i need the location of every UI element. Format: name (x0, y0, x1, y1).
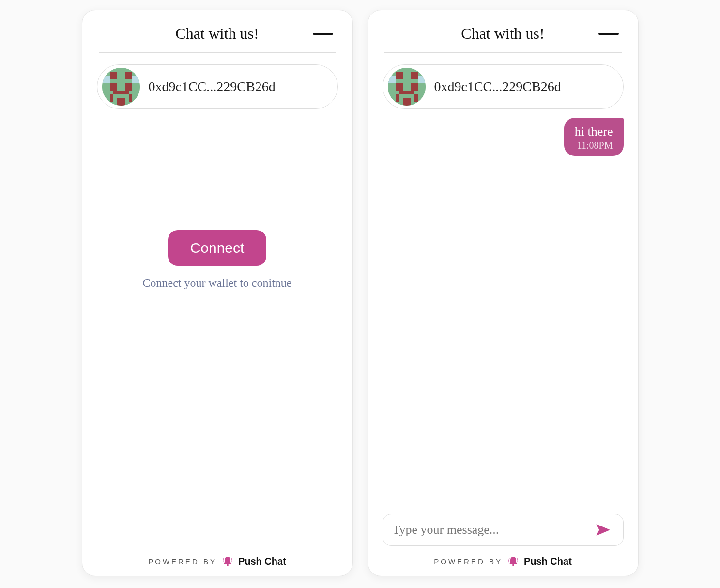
avatar (388, 68, 426, 106)
svg-rect-10 (117, 98, 125, 106)
powered-by-label: POWERED BY (148, 557, 217, 566)
chat-header: Chat with us! (383, 25, 624, 43)
chat-title: Chat with us! (175, 25, 259, 43)
svg-rect-17 (395, 83, 403, 91)
chat-footer: POWERED BY Push Chat (97, 556, 338, 567)
svg-rect-1 (102, 76, 110, 83)
brand-name: Push Chat (524, 556, 572, 567)
svg-rect-5 (109, 83, 117, 91)
svg-rect-19 (399, 91, 414, 94)
connect-button[interactable]: Connect (168, 230, 267, 266)
message-list: hi there 11:08PM (383, 118, 624, 156)
send-button[interactable] (592, 521, 613, 539)
svg-rect-18 (410, 83, 418, 91)
svg-rect-20 (395, 94, 399, 102)
message-text: hi there (575, 124, 613, 139)
chat-widget-connected: Chat with us! 0xd9c1CC...229CB26d (368, 10, 639, 576)
svg-point-11 (227, 564, 229, 566)
message-bubble-sent: hi there 11:08PM (564, 118, 624, 156)
svg-rect-2 (132, 76, 140, 83)
svg-rect-21 (414, 94, 418, 102)
chat-widget-disconnected: Chat with us! 0xd9c1CC...229CB26d Connec (82, 10, 353, 576)
wallet-address: 0xd9c1CC...229CB26d (434, 79, 561, 94)
svg-rect-22 (403, 98, 411, 106)
brand-name: Push Chat (238, 556, 286, 567)
push-bell-icon (222, 556, 233, 567)
avatar (102, 68, 140, 106)
message-input-row (383, 514, 624, 546)
connect-hint: Connect your wallet to conitnue (143, 277, 292, 290)
svg-rect-7 (113, 91, 128, 94)
header-divider (384, 52, 622, 53)
chat-title: Chat with us! (461, 25, 544, 43)
chat-body: Connect Connect your wallet to conitnue (97, 109, 338, 553)
svg-rect-6 (124, 83, 132, 91)
header-divider (99, 52, 336, 53)
send-icon (594, 521, 612, 539)
svg-rect-9 (128, 94, 132, 102)
svg-rect-14 (418, 76, 426, 83)
svg-rect-3 (109, 72, 117, 79)
address-pill[interactable]: 0xd9c1CC...229CB26d (383, 64, 624, 109)
push-bell-icon (507, 556, 519, 567)
minimize-icon[interactable] (598, 33, 619, 35)
address-pill[interactable]: 0xd9c1CC...229CB26d (97, 64, 338, 109)
powered-by-label: POWERED BY (434, 557, 503, 566)
chat-header: Chat with us! (97, 25, 338, 43)
connect-block: Connect Connect your wallet to conitnue (97, 230, 338, 290)
svg-rect-16 (410, 72, 418, 79)
chat-body: hi there 11:08PM (383, 109, 624, 553)
svg-rect-15 (395, 72, 403, 79)
svg-rect-8 (109, 94, 113, 102)
svg-rect-13 (388, 76, 396, 83)
message-time: 11:08PM (575, 140, 613, 151)
chat-footer: POWERED BY Push Chat (383, 556, 624, 567)
minimize-icon[interactable] (313, 33, 333, 35)
svg-rect-4 (124, 72, 132, 79)
message-input[interactable] (393, 523, 592, 537)
wallet-address: 0xd9c1CC...229CB26d (149, 79, 276, 94)
svg-point-23 (512, 564, 514, 566)
